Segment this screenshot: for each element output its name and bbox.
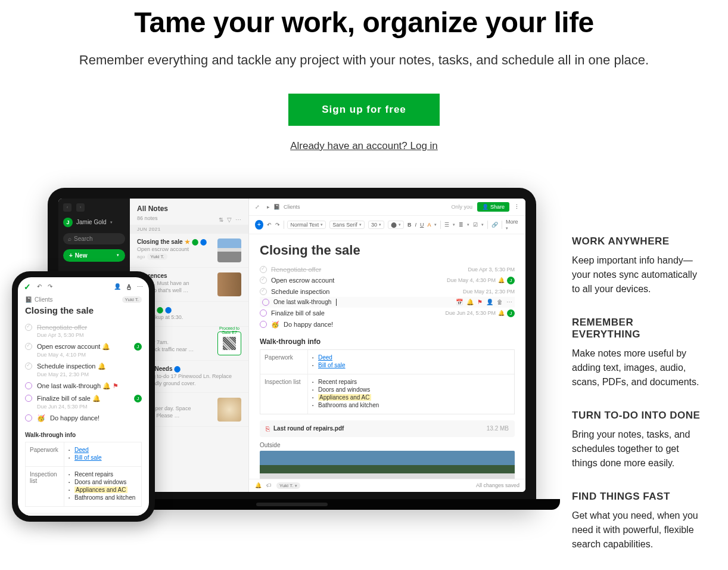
- device-mockups: ‹ › J Jamie Gold ▾ ⌕ Search +New ▾: [12, 188, 536, 528]
- task-text: Renegotiate offer: [271, 266, 321, 273]
- color-select[interactable]: ⬤ ▾: [388, 221, 404, 229]
- note-list-item[interactable]: Closing the sale ★ ⬤ ⬤ Open escrow accou…: [130, 234, 248, 268]
- numbered-list-icon[interactable]: ≣: [459, 222, 463, 228]
- redo-icon[interactable]: ↷: [275, 222, 280, 228]
- note-title[interactable]: Closing the sale: [260, 243, 515, 258]
- task-due: Due May 21, 2:30 PM: [463, 289, 515, 295]
- task-checkbox-icon[interactable]: [260, 277, 267, 284]
- task-row[interactable]: Schedule inspectionDue May 21, 2:30 PM: [260, 286, 515, 297]
- user-menu[interactable]: J Jamie Gold ▾: [63, 218, 125, 227]
- task-checkbox-icon[interactable]: [25, 343, 32, 350]
- reminder-icon[interactable]: 🔔: [466, 299, 474, 305]
- pdf-icon: ⎘: [266, 425, 270, 432]
- task-checkbox-icon[interactable]: [260, 288, 267, 295]
- feature-item: FIND THINGS FAST Get what you need, when…: [572, 491, 704, 552]
- task-row[interactable]: 🥳Do happy dance!: [260, 319, 515, 330]
- checklist-icon[interactable]: ☑: [473, 222, 478, 228]
- more-icon[interactable]: ⋯: [137, 283, 143, 290]
- new-label: New: [75, 252, 88, 259]
- more-icon[interactable]: ⋯: [506, 299, 512, 305]
- search-input[interactable]: ⌕ Search: [63, 233, 125, 244]
- table-header: Paperwork: [260, 350, 308, 374]
- tag-chip[interactable]: Yuki T. ▾: [276, 482, 300, 489]
- task-row[interactable]: One last walk-through 📅 🔔 ⚑ 👤 🗑 ⋯: [260, 297, 515, 308]
- task-row[interactable]: Renegotiate offerDue Apr 3, 5:30 PM: [25, 321, 142, 340]
- filter-icon[interactable]: ▽: [227, 216, 232, 223]
- task-checkbox-icon[interactable]: [262, 299, 269, 306]
- breadcrumb[interactable]: Clients: [284, 204, 300, 210]
- bold-icon[interactable]: B: [407, 222, 412, 228]
- task-row[interactable]: Finalize bill of sale 🔔Due Jun 24, 5:30 …: [25, 392, 142, 412]
- expand-icon[interactable]: ⤢: [255, 204, 260, 210]
- note-title[interactable]: Closing the sale: [25, 305, 142, 315]
- italic-icon[interactable]: I: [415, 222, 416, 228]
- link[interactable]: Deed: [318, 354, 332, 361]
- task-checkbox-icon[interactable]: [25, 324, 32, 331]
- share-button[interactable]: 👤Share: [477, 202, 509, 212]
- chevron-down-icon[interactable]: ▾: [117, 253, 119, 258]
- attachment-card[interactable]: ⎘Last round of repairs.pdf 13.2 MB: [25, 513, 142, 516]
- note-item-sub: Open escrow account: [137, 246, 213, 252]
- delete-icon[interactable]: 🗑: [497, 299, 503, 305]
- task-text: Finalize bill of sale: [37, 395, 91, 402]
- task-checkbox-icon[interactable]: [25, 382, 32, 389]
- link[interactable]: Deed: [74, 447, 89, 453]
- reminder-icon[interactable]: 🔔: [255, 482, 262, 488]
- breadcrumb[interactable]: Clients: [35, 296, 53, 303]
- signup-button[interactable]: Sign up for free: [288, 94, 440, 126]
- calendar-icon[interactable]: 📅: [456, 299, 463, 305]
- task-checkbox-icon[interactable]: [25, 363, 32, 370]
- task-checkbox-icon[interactable]: [260, 309, 267, 317]
- link-icon[interactable]: 🔗: [491, 222, 498, 228]
- insert-plus-icon[interactable]: +: [255, 220, 263, 230]
- assign-icon[interactable]: 👤: [486, 299, 493, 305]
- kebab-icon[interactable]: ⋮: [514, 204, 519, 210]
- new-note-button[interactable]: +New ▾: [63, 249, 125, 262]
- underline-icon[interactable]: U: [420, 222, 424, 228]
- task-row[interactable]: Open escrow accountDue May 4, 4:30 PM 🔔 …: [260, 275, 515, 286]
- sort-icon[interactable]: ⇅: [219, 216, 223, 223]
- task-text: Schedule inspection: [271, 288, 329, 295]
- task-row[interactable]: Open escrow account 🔔Due May 4, 4:10 PMJ: [25, 340, 142, 360]
- size-select[interactable]: 30 ▾: [368, 221, 384, 229]
- task-checkbox-icon[interactable]: [25, 414, 32, 422]
- tag-chip[interactable]: Yuki T.: [122, 296, 142, 303]
- link[interactable]: Bill of sale: [318, 362, 346, 368]
- login-link[interactable]: Already have an account? Log in: [24, 140, 704, 152]
- task-row[interactable]: Finalize bill of saleDue Jun 24, 5:30 PM…: [260, 308, 515, 319]
- flag-icon[interactable]: ⚑: [477, 299, 483, 305]
- task-row[interactable]: Schedule inspection 🔔Due May 21, 2:30 PM: [25, 360, 142, 380]
- font-select[interactable]: Sans Serif ▾: [329, 221, 365, 229]
- task-row[interactable]: One last walk-through 🔔 ⚑: [25, 380, 142, 392]
- task-due: Due Jun 24, 5:30 PM: [445, 310, 496, 316]
- person-icon[interactable]: 👤: [114, 283, 121, 290]
- style-select[interactable]: Normal Text ▾: [287, 221, 326, 229]
- undo-icon[interactable]: ↶: [267, 222, 272, 228]
- task-text[interactable]: One last walk-through: [273, 299, 331, 305]
- more-icon[interactable]: ⋯: [235, 216, 241, 223]
- check-icon[interactable]: ✓: [24, 282, 31, 292]
- task-row[interactable]: 🥳Do happy dance!: [25, 412, 142, 425]
- more-menu[interactable]: More ▾: [506, 219, 519, 231]
- visibility-label: Only you: [451, 204, 472, 210]
- nav-back-icon[interactable]: ‹: [63, 203, 71, 212]
- tag-icon[interactable]: 🏷: [266, 482, 272, 488]
- task-row[interactable]: Renegotiate offerDue Apr 3, 5:30 PM: [260, 264, 515, 275]
- note-thumbnail: [217, 398, 241, 422]
- task-checkbox-icon[interactable]: [260, 321, 267, 328]
- undo-icon[interactable]: ↶: [37, 283, 42, 290]
- attachment-card[interactable]: ⎘Last round of repairs.pdf 13.2 MB: [260, 420, 515, 437]
- task-text: Open escrow account: [37, 343, 100, 350]
- note-count: 86 notes: [130, 215, 165, 225]
- highlight-icon[interactable]: A: [427, 222, 431, 228]
- nav-forward-icon[interactable]: ›: [76, 203, 85, 212]
- task-checkbox-icon[interactable]: [25, 395, 32, 402]
- feature-item: REMEMBER EVERYTHING Make notes more usef…: [572, 317, 704, 389]
- redo-icon[interactable]: ↷: [48, 283, 52, 290]
- link[interactable]: Bill of sale: [74, 454, 102, 461]
- note-thumbnail: Proceed to Gate E7: [217, 332, 241, 355]
- bulleted-list-icon[interactable]: ☰: [444, 222, 449, 228]
- notebook-icon: 📓: [25, 296, 32, 303]
- task-checkbox-icon[interactable]: [260, 266, 267, 273]
- style-icon[interactable]: A̲: [127, 283, 131, 290]
